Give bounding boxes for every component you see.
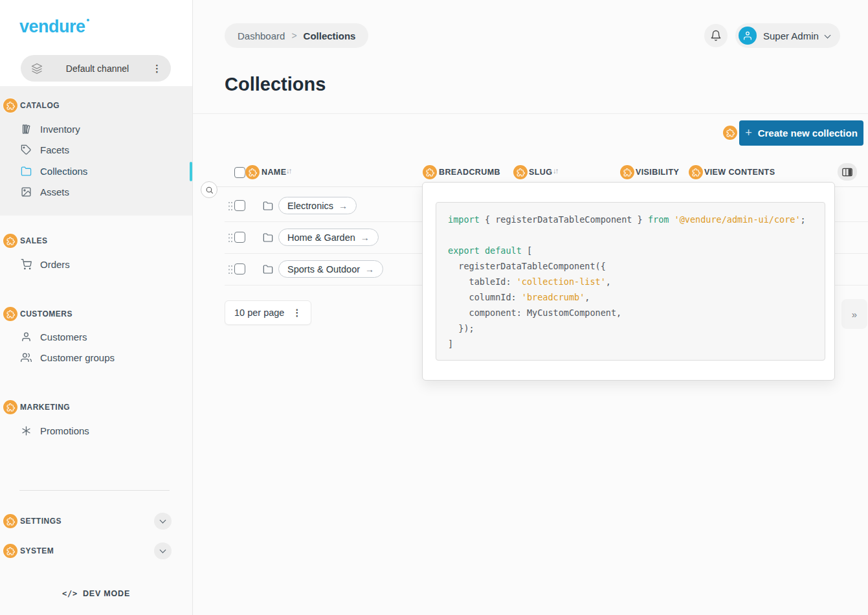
column-settings-button[interactable] [838,163,857,181]
collection-name: Sports & Outdoor [287,264,360,274]
dev-mode-badge-icon[interactable] [689,165,703,179]
breadcrumb: Dashboard > Collections [225,23,368,48]
users-icon [21,352,32,363]
section-header-system: SYSTEM [20,544,54,558]
user-menu[interactable]: Super Admin [735,23,840,48]
channel-kebab-icon[interactable]: ⋮ [152,63,162,74]
cart-icon [21,259,32,270]
dev-mode-badge-icon[interactable] [723,126,737,140]
create-button-label: Create new collection [758,128,858,139]
column-header-slug[interactable]: SLUG [529,168,552,177]
vendure-logo[interactable]: vendure [19,17,89,37]
drag-handle[interactable] [228,265,233,274]
dev-mode-toggle[interactable]: </> DEV MODE [0,589,192,598]
breadcrumb-current: Collections [304,30,356,41]
user-icon [21,331,32,342]
sidebar-item-label: Collections [40,166,87,177]
sidebar-item-label: Orders [40,259,70,270]
collection-link-electronics[interactable]: Electronics → [278,197,357,214]
layers-icon [31,63,43,74]
section-header-customers: CUSTOMERS [20,307,72,321]
column-header-visibility: VISIBILITY [636,168,679,177]
dev-mode-badge-icon[interactable] [3,544,17,558]
dev-mode-badge-icon[interactable] [513,165,528,179]
section-header-sales: SALES [20,234,48,248]
kebab-icon: ⋮ [292,308,302,318]
collection-name: Electronics [287,201,333,211]
column-header-name[interactable]: NAME [262,168,286,177]
sidebar-item-promotions[interactable]: Promotions [21,420,89,441]
sort-icon[interactable]: ↓↑ [553,167,558,175]
collection-link-sports-outdoor[interactable]: Sports & Outdoor → [278,260,383,278]
breadcrumb-dashboard-link[interactable]: Dashboard [238,30,285,41]
sidebar-item-orders[interactable]: Orders [21,254,70,274]
collection-name: Home & Garden [287,232,355,243]
sort-icon[interactable]: ↓↑ [286,167,291,175]
chevron-down-icon [160,547,166,554]
dev-mode-badge-icon[interactable] [245,165,260,179]
notifications-button[interactable] [704,24,728,47]
sidebar-item-assets[interactable]: Assets [21,181,69,202]
sidebar-item-facets[interactable]: Facets [21,139,69,160]
arrow-right-icon: → [339,201,348,211]
section-header-marketing: MARKETING [20,400,70,414]
chevron-down-icon [824,32,830,38]
sidebar-item-label: Inventory [40,124,80,135]
image-icon [21,186,32,197]
row-checkbox[interactable] [234,232,245,243]
active-item-indicator [190,162,192,181]
column-header-view-contents: VIEW CONTENTS [704,168,775,177]
folder-icon [263,264,273,274]
section-header-catalog: CATALOG [20,98,60,113]
dev-mode-badge-icon[interactable] [3,98,17,113]
create-new-collection-button[interactable]: + Create new collection [739,120,863,146]
sidebar-item-customer-groups[interactable]: Customer groups [21,347,115,368]
items-per-page-select[interactable]: 10 per page ⋮ [225,300,311,325]
books-icon [21,124,32,135]
dev-mode-badge-icon[interactable] [3,514,17,528]
table-search-button[interactable] [201,181,217,198]
channel-label: Default channel [43,63,152,74]
dev-mode-badge-icon[interactable] [620,165,634,179]
sidebar-divider [19,490,170,491]
channel-switcher[interactable]: Default channel ⋮ [21,55,171,82]
system-expand-button[interactable] [154,542,172,559]
sidebar-item-inventory[interactable]: Inventory [21,118,80,139]
search-icon [205,186,214,194]
chevron-down-icon [160,517,166,524]
page-title: Collections [225,74,326,95]
sidebar-item-label: Assets [40,186,69,197]
header-divider [193,113,868,114]
double-chevron-right-icon: » [852,309,857,320]
sidebar: vendure Default channel ⋮ CATALOG Invent… [0,0,193,615]
row-checkbox[interactable] [234,200,245,211]
arrow-right-icon: → [361,232,370,243]
bell-icon [710,30,722,41]
row-checkbox[interactable] [234,263,245,274]
folder-icon [21,166,32,177]
settings-expand-button[interactable] [154,513,172,530]
section-header-settings: SETTINGS [20,514,61,528]
dev-mode-badge-icon[interactable] [423,165,437,179]
plus-icon: + [745,126,752,140]
code-block: import { registerDataTableComponent } fr… [436,202,825,361]
dev-mode-badge-icon[interactable] [3,234,17,248]
dev-mode-badge-icon[interactable] [3,400,17,414]
avatar [739,27,757,45]
collection-link-home-garden[interactable]: Home & Garden → [278,229,379,246]
logo-trademark [87,19,89,21]
drag-handle[interactable] [228,233,233,243]
sidebar-item-label: Facets [40,144,69,155]
user-name: Super Admin [763,30,819,41]
tag-icon [21,144,32,155]
drag-handle[interactable] [228,201,233,211]
dev-mode-popover: import { registerDataTableComponent } fr… [422,182,835,381]
vendure-admin-app: vendure Default channel ⋮ CATALOG Invent… [0,0,868,615]
sidebar-item-collections[interactable]: Collections [21,161,87,181]
arrow-right-icon: → [365,264,374,274]
dev-mode-badge-icon[interactable] [3,307,17,321]
pagination-last-button[interactable]: » [841,299,867,329]
sidebar-item-customers[interactable]: Customers [21,326,87,347]
code-brackets-icon: </> [62,589,78,598]
select-all-checkbox[interactable] [234,167,245,178]
